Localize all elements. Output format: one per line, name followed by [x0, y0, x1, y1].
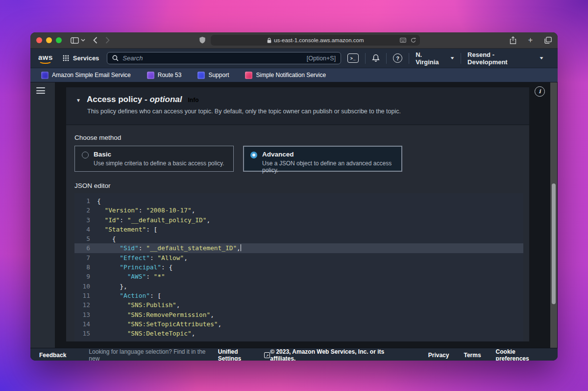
back-button[interactable]: [93, 37, 98, 44]
section-body: Choose method Basic Use simple criteria …: [66, 125, 529, 341]
collapse-triangle-icon[interactable]: ▼: [76, 98, 81, 103]
footer-link-cookie-preferences[interactable]: Cookie preferences: [496, 348, 549, 361]
code-line-6: 6 "Sid": "__default_statement_ID",: [74, 243, 523, 253]
code-line-4: 4 "Statement": [: [74, 225, 523, 234]
console-content: ▼ Access policy - optional Info This pol…: [30, 82, 558, 348]
code-line-14: 14 "SNS:SetTopicAttributes",: [74, 319, 523, 329]
traffic-light-zoom[interactable]: [56, 37, 62, 43]
code-text: "Version": "2008-10-17",: [97, 206, 195, 215]
help-icon: ?: [393, 53, 402, 63]
tls-lock-icon: [267, 38, 271, 43]
address-bar[interactable]: us-east-1.console.aws.amazon.com: [211, 35, 420, 46]
search-icon: [112, 55, 119, 61]
access-policy-section: ▼ Access policy - optional Info This pol…: [66, 87, 529, 341]
bookmark-label: Support: [208, 72, 229, 78]
bookmark-favicon: [245, 72, 252, 79]
share-icon[interactable]: [510, 36, 516, 44]
scrollbar-track[interactable]: [550, 82, 557, 348]
sidebar-chevron-down-icon[interactable]: [81, 39, 85, 42]
code-line-13: 13 "SNS:RemovePermission",: [74, 310, 523, 319]
advanced-title: Advanced: [262, 151, 395, 158]
external-link-icon: ↗: [264, 352, 270, 358]
method-tile-basic[interactable]: Basic Use simple criteria to define a ba…: [74, 146, 234, 172]
bookmark-amazon-simple-email-service[interactable]: Amazon Simple Email Service: [41, 72, 131, 79]
info-link[interactable]: Info: [188, 97, 199, 104]
json-editor[interactable]: 1{2 "Version": "2008-10-17",3 "Id": "__d…: [74, 193, 523, 341]
section-header: ▼ Access policy - optional Info This pol…: [66, 87, 529, 125]
line-number: 13: [74, 310, 97, 319]
bookmark-favicon: [197, 72, 205, 79]
cloudshell-button[interactable]: >_: [341, 53, 365, 63]
method-tile-advanced[interactable]: Advanced Use a JSON object to define an …: [243, 146, 402, 172]
reload-icon[interactable]: [411, 37, 416, 43]
section-title: Access policy - optional: [87, 95, 182, 104]
aws-logo[interactable]: aws: [38, 53, 53, 64]
account-chevron-down-icon: ▼: [539, 56, 544, 60]
choose-method-label: Choose method: [74, 134, 523, 141]
radio-basic[interactable]: [82, 152, 89, 158]
forward-button[interactable]: [105, 37, 110, 44]
translate-icon[interactable]: [400, 38, 406, 43]
notifications-button[interactable]: [366, 54, 386, 62]
code-line-3: 3 "Id": "__default_policy_ID",: [74, 215, 523, 225]
line-number: 7: [74, 253, 97, 262]
line-number: 1: [74, 196, 97, 206]
code-line-11: 11 "Action": [: [74, 291, 523, 300]
region-chevron-down-icon: ▼: [450, 56, 455, 60]
footer-right: © 2023, Amazon Web Services, Inc. or its…: [270, 348, 549, 361]
code-text: "SNS:Publish",: [97, 300, 180, 310]
line-number: 15: [74, 329, 97, 338]
search-placeholder: Search: [122, 54, 143, 62]
line-number: 10: [74, 282, 97, 291]
region-selector[interactable]: N. Virginia ▼: [409, 51, 461, 66]
line-number: 4: [74, 225, 97, 234]
hamburger-menu-icon[interactable]: [36, 87, 45, 94]
code-text: "Id": "__default_policy_ID",: [97, 215, 210, 225]
services-grid-icon: [63, 55, 69, 61]
traffic-light-close[interactable]: [36, 37, 42, 43]
traffic-light-minimize[interactable]: [46, 37, 52, 43]
basic-description: Use simple criteria to define a basic ac…: [94, 160, 224, 167]
traffic-lights: [36, 37, 62, 43]
console-footer: Feedback Looking for language selection?…: [30, 348, 558, 361]
footer-link-privacy[interactable]: Privacy: [428, 352, 449, 359]
bookmark-label: Simple Notification Service: [256, 72, 326, 78]
code-text: "SNS:RemovePermission",: [97, 310, 214, 319]
side-nav-rail: [30, 82, 55, 348]
services-menu-button[interactable]: Services: [63, 54, 99, 62]
sidebar-toggle-icon[interactable]: [71, 37, 79, 44]
bookmarks-bar: Amazon Simple Email ServiceRoute 53Suppo…: [30, 68, 558, 82]
help-panel-info-icon[interactable]: i: [535, 86, 545, 97]
code-line-7: 7 "Effect": "Allow",: [74, 253, 523, 262]
code-text: {: [97, 196, 101, 206]
bookmark-favicon: [147, 72, 154, 79]
radio-advanced[interactable]: [250, 152, 257, 158]
scrollbar-thumb[interactable]: [552, 183, 556, 304]
code-text: {: [97, 234, 116, 243]
bell-icon: [372, 54, 380, 62]
new-tab-icon[interactable]: +: [528, 36, 533, 44]
bookmark-support[interactable]: Support: [197, 72, 229, 79]
json-editor-label: JSON editor: [74, 182, 523, 189]
footer-link-terms[interactable]: Terms: [464, 352, 481, 359]
feedback-button[interactable]: Feedback: [39, 352, 66, 359]
code-line-8: 8 "Principal": {: [74, 262, 523, 272]
bookmark-route-53[interactable]: Route 53: [147, 72, 182, 79]
code-text: "AWS": "*": [97, 272, 165, 281]
line-number: 2: [74, 206, 97, 215]
bookmark-favicon: [41, 72, 49, 79]
privacy-shield-icon[interactable]: [199, 36, 206, 44]
console-search-input[interactable]: Search [Option+S]: [107, 52, 341, 64]
code-line-12: 12 "SNS:Publish",: [74, 300, 523, 310]
cloudshell-icon: >_: [347, 53, 359, 63]
text-cursor: [241, 244, 242, 251]
page-area: ▼ Access policy - optional Info This pol…: [55, 82, 558, 348]
account-menu[interactable]: Resend - Development ▼: [461, 51, 550, 66]
method-tiles: Basic Use simple criteria to define a ba…: [74, 146, 523, 172]
bookmark-simple-notification-service[interactable]: Simple Notification Service: [245, 72, 326, 79]
help-button[interactable]: ?: [387, 53, 409, 63]
code-line-1: 1{: [74, 196, 523, 206]
unified-settings-link[interactable]: Unified Settings: [218, 348, 262, 361]
bookmark-label: Amazon Simple Email Service: [52, 72, 131, 78]
tab-overview-icon[interactable]: [544, 37, 552, 44]
